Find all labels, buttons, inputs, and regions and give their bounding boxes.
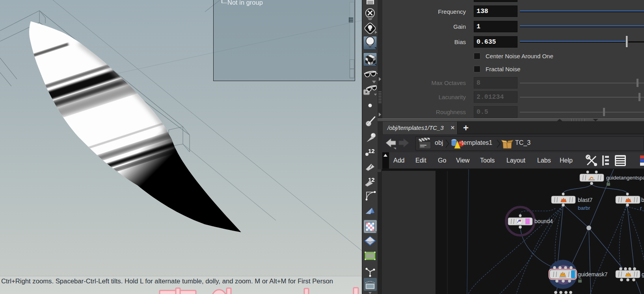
svg-text:blast7: blast7 [578,197,593,203]
svg-text:12: 12 [368,148,375,154]
svg-text:g: g [642,271,644,277]
svg-text:r: r [640,205,642,211]
svg-text:bound4: bound4 [534,218,553,224]
svg-text:barbr: barbr [578,205,590,211]
svg-text:b: b [641,197,644,203]
svg-text:guidetangentspa: guidetangentspa [606,175,644,181]
svg-text:guidemask7: guidemask7 [578,271,608,277]
